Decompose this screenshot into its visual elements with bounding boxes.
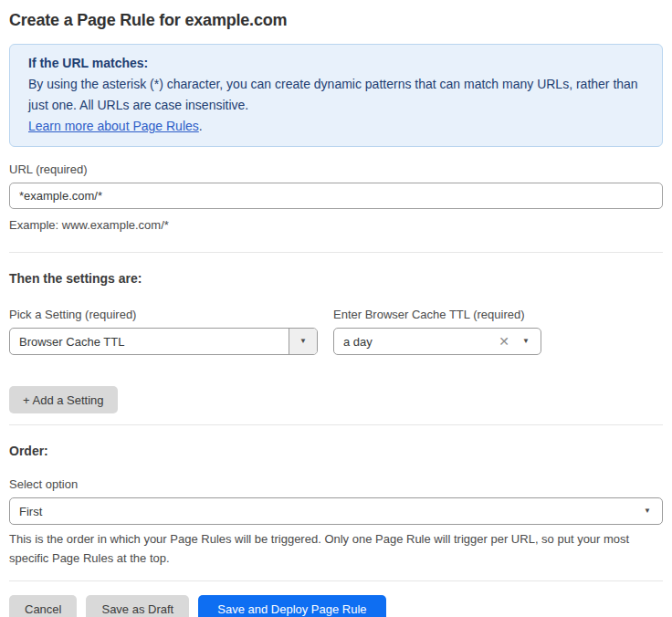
order-select[interactable]: First ▼ <box>9 497 663 525</box>
order-helper-text: This is the order in which your Page Rul… <box>9 529 657 568</box>
settings-labels-row: Pick a Setting (required) Enter Browser … <box>9 308 663 321</box>
ttl-select[interactable]: a day ✕ ▼ <box>333 328 541 355</box>
setting-picker-label: Pick a Setting (required) <box>9 308 333 321</box>
ttl-select-icons: ✕ ▼ <box>499 335 541 348</box>
divider <box>9 580 663 581</box>
url-example-helper: Example: www.example.com/* <box>9 215 663 235</box>
add-setting-button[interactable]: + Add a Setting <box>9 386 118 413</box>
cancel-button[interactable]: Cancel <box>9 595 77 617</box>
save-draft-button[interactable]: Save as Draft <box>86 595 189 617</box>
url-input[interactable] <box>9 183 663 209</box>
url-field-label: URL (required) <box>9 162 663 176</box>
setting-select-value: Browser Cache TTL <box>10 335 124 349</box>
info-box-body: By using the asterisk (*) character, you… <box>28 74 644 137</box>
clear-icon[interactable]: ✕ <box>499 335 509 348</box>
url-match-info-box: If the URL matches: By using the asteris… <box>9 44 663 147</box>
settings-section-heading: Then the settings are: <box>9 271 663 286</box>
setting-select[interactable]: Browser Cache TTL ▼ <box>9 328 318 355</box>
form-actions: Cancel Save as Draft Save and Deploy Pag… <box>9 595 663 617</box>
settings-row: Browser Cache TTL ▼ a day ✕ ▼ <box>9 328 663 355</box>
page-title: Create a Page Rule for example.com <box>9 11 663 30</box>
info-box-link-line: Learn more about Page Rules. <box>28 119 203 133</box>
setting-select-arrow-segment[interactable]: ▼ <box>289 329 317 354</box>
create-page-rule-form: Create a Page Rule for example.com If th… <box>0 0 672 617</box>
order-section-heading: Order: <box>9 444 663 458</box>
divider <box>9 252 663 253</box>
order-select-value: First <box>10 505 42 518</box>
info-box-heading: If the URL matches: <box>28 53 644 74</box>
chevron-down-icon: ▼ <box>644 507 651 515</box>
learn-more-link[interactable]: Learn more about Page Rules <box>28 119 199 133</box>
order-select-label: Select option <box>9 477 663 491</box>
ttl-picker-label: Enter Browser Cache TTL (required) <box>333 308 525 321</box>
save-deploy-button[interactable]: Save and Deploy Page Rule <box>198 595 385 617</box>
chevron-down-icon: ▼ <box>522 338 530 345</box>
divider <box>9 424 663 425</box>
chevron-down-icon: ▼ <box>299 338 307 345</box>
ttl-select-value: a day <box>334 335 373 349</box>
link-period: . <box>199 119 203 133</box>
